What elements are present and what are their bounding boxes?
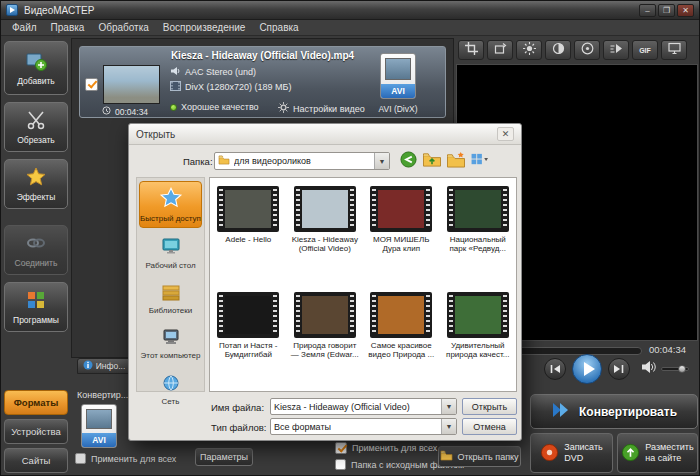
convert-button[interactable]: Конвертировать (530, 394, 698, 429)
filetype-label: Тип файлов: (211, 422, 267, 433)
apply-all-2-row: Применить для всех (335, 442, 437, 454)
dialog-file-item[interactable]: Kiesza - Hideaway (Official Video) (287, 181, 364, 287)
dialog-file-item[interactable]: Национальный парк «Редвуд... (440, 181, 517, 287)
previous-button[interactable] (544, 358, 566, 380)
volume-slider[interactable] (661, 367, 689, 371)
convert-arrow-icon (551, 401, 571, 422)
back-icon (400, 151, 417, 172)
disc-icon (581, 41, 594, 59)
apply-all-checkbox[interactable] (75, 453, 86, 464)
crop-button[interactable] (458, 40, 484, 60)
file-format-icon[interactable]: AVI (380, 53, 416, 99)
close-button[interactable]: ✕ (677, 4, 694, 17)
dialog-file-name: Самое красивое видео Природа ... (365, 341, 437, 359)
menu-help[interactable]: Справка (252, 22, 305, 33)
tab-devices[interactable]: Устройства (4, 419, 68, 444)
scissors-icon (25, 109, 47, 133)
menu-edit[interactable]: Правка (44, 22, 92, 33)
volume-knob[interactable] (678, 365, 686, 373)
menu-bar: Файл Правка Обработка Воспроизведение Сп… (1, 20, 699, 36)
dialog-file-item[interactable]: Самое красивое видео Природа ... (363, 287, 440, 393)
rotate-button[interactable] (487, 40, 513, 60)
add-button[interactable]: Добавить (4, 41, 68, 95)
up-folder-button[interactable] (421, 152, 443, 171)
speed-button[interactable] (603, 40, 629, 60)
menu-file[interactable]: Файл (5, 22, 44, 33)
apply-all-2-checkbox[interactable] (335, 442, 347, 454)
selected-format-icon[interactable]: AVI (81, 404, 117, 448)
dialog-title-bar[interactable]: Открыть ✕ (129, 124, 521, 145)
tab-info[interactable]: Инфо... (77, 358, 131, 374)
dialog-file-item[interactable]: МОЯ МИШЕЛЬ Дура клип (363, 181, 440, 287)
next-icon (613, 360, 625, 378)
minimize-button[interactable]: – (639, 4, 656, 17)
file-thumbnail (103, 65, 160, 104)
file-checkbox[interactable] (85, 78, 98, 91)
screen-button[interactable] (661, 40, 687, 60)
source-folder-checkbox[interactable] (335, 459, 346, 470)
place-label: Библиотеки (149, 306, 192, 315)
filetype-select[interactable]: Все форматы ▼ (270, 418, 457, 435)
add-label: Добавить (17, 76, 55, 86)
dialog-open-button[interactable]: Открыть (462, 398, 517, 415)
quick-access-star-icon (159, 186, 183, 212)
filmstrip-thumbnail (447, 186, 509, 232)
places-sidebar: Быстрый доступ Рабочий стол Библиотеки Э… (136, 177, 205, 392)
dialog-file-item[interactable]: Потап и Настя - Бумдиггибай (210, 287, 287, 393)
dialog-file-item[interactable]: Adele - Hello (210, 181, 287, 287)
back-button[interactable] (397, 152, 419, 171)
parameters-button[interactable]: Параметры (195, 448, 253, 466)
volume-button[interactable] (641, 360, 657, 378)
programs-button[interactable]: Программы (4, 282, 68, 332)
place-quick-access[interactable]: Быстрый доступ (139, 181, 202, 228)
dialog-close-icon[interactable]: ✕ (497, 127, 514, 141)
apply-all-label: Применить для всех (91, 454, 176, 464)
chevron-down-icon[interactable]: ▼ (441, 419, 456, 434)
tab-sites[interactable]: Сайты (4, 448, 68, 473)
place-libraries[interactable]: Библиотеки (139, 278, 202, 319)
folder-select[interactable]: для видеороликов ▼ (214, 152, 390, 170)
place-network[interactable]: Сеть (139, 369, 202, 410)
play-button[interactable] (572, 354, 602, 384)
contrast-button[interactable] (545, 40, 571, 60)
burn-dvd-button[interactable]: ЗаписатьDVD (530, 433, 613, 473)
speed-icon (610, 41, 623, 59)
clock-icon (102, 106, 111, 117)
chevron-down-icon[interactable]: ▼ (374, 153, 389, 169)
publish-button[interactable]: Разместитьна сайте (617, 433, 698, 473)
tab-formats[interactable]: Форматы (4, 390, 68, 415)
trim-button[interactable]: Обрезать (4, 102, 68, 152)
dvd-button[interactable] (574, 40, 600, 60)
file-video-settings[interactable]: Настройки видео (293, 104, 365, 114)
menu-processing[interactable]: Обработка (91, 22, 155, 33)
dialog-open-label: Открыть (472, 402, 507, 412)
brightness-icon (523, 41, 536, 59)
title-bar[interactable]: ВидеоМАСТЕР – ❐ ✕ (1, 1, 699, 20)
brightness-button[interactable] (516, 40, 542, 60)
menu-playback[interactable]: Воспроизведение (156, 22, 253, 33)
view-mode-button[interactable] (469, 152, 491, 171)
new-folder-button[interactable] (445, 152, 467, 171)
dialog-file-name: МОЯ МИШЕЛЬ Дура клип (365, 235, 437, 253)
open-folder-button[interactable]: Открыть папку (438, 446, 521, 467)
place-this-pc[interactable]: Этот компьютер (139, 323, 202, 364)
convert-label: Конвертировать (579, 405, 677, 419)
file-row[interactable]: Kiesza - Hideaway (Official Video).mp4 0… (79, 46, 446, 118)
join-button[interactable]: Соединить (4, 225, 68, 275)
file-quality[interactable]: Хорошее качество (181, 102, 259, 112)
next-button[interactable] (608, 358, 630, 380)
dialog-cancel-button[interactable]: Отмена (462, 418, 517, 435)
libraries-icon (161, 282, 181, 304)
folder-icon (218, 155, 230, 167)
apply-all-row: Применить для всех (75, 453, 176, 464)
gif-button[interactable]: GIF (632, 40, 658, 60)
chevron-down-icon[interactable]: ▼ (441, 399, 456, 414)
category-tabs: Форматы Устройства Сайты (4, 390, 68, 473)
effects-button[interactable]: Эффекты (4, 159, 68, 209)
dialog-file-item[interactable]: Природа говорит — Земля (Edwar... (287, 287, 364, 393)
dialog-file-item[interactable]: Удивительный природа качест... (440, 287, 517, 393)
maximize-button[interactable]: ❐ (658, 4, 675, 17)
network-globe-icon (161, 373, 181, 395)
filename-input[interactable]: Kiesza - Hideaway (Official Video) ▼ (270, 398, 457, 415)
place-desktop[interactable]: Рабочий стол (139, 232, 202, 273)
